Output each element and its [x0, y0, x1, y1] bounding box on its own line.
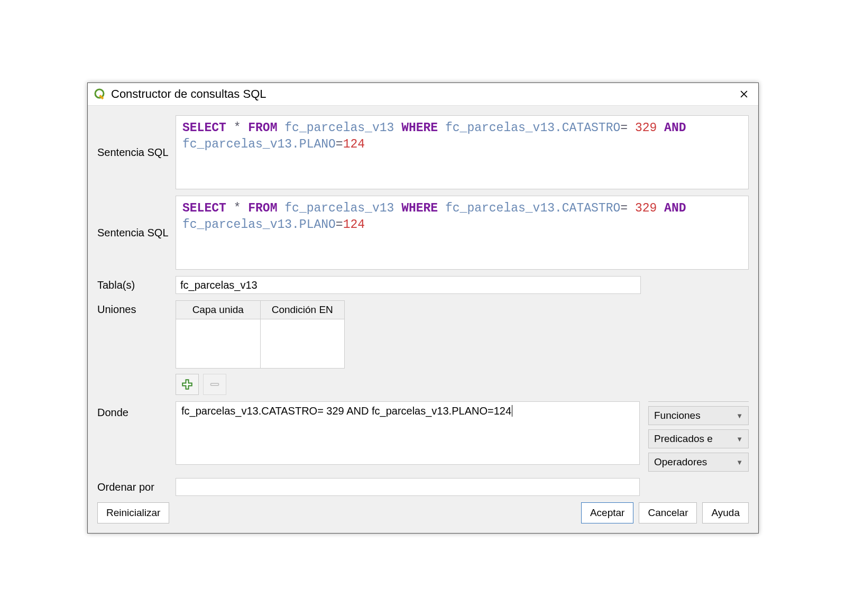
label-joins: Uniones	[97, 300, 176, 316]
where-text: fc_parcelas_v13.CATASTRO= 329 AND fc_par…	[181, 405, 512, 417]
operators-dropdown[interactable]: Operadores ▼	[648, 453, 749, 472]
joins-header-row: Capa unida Condición EN	[176, 301, 344, 319]
predicates-label: Predicados e	[654, 433, 713, 445]
sql-statement-display-1[interactable]: SELECT * FROM fc_parcelas_v13 WHERE fc_p…	[176, 115, 749, 189]
where-input[interactable]: fc_parcelas_v13.CATASTRO= 329 AND fc_par…	[176, 401, 640, 465]
chevron-down-icon: ▼	[736, 458, 743, 466]
add-join-button[interactable]	[176, 374, 199, 395]
accept-button[interactable]: Aceptar	[581, 502, 633, 523]
predicates-dropdown[interactable]: Predicados e ▼	[648, 429, 749, 448]
label-sql-2: Sentencia SQL	[97, 227, 176, 239]
label-sql-1: Sentencia SQL	[97, 146, 176, 159]
functions-label: Funciones	[654, 410, 701, 421]
label-order-by: Ordenar por	[97, 478, 176, 493]
chevron-down-icon: ▼	[736, 435, 743, 443]
dialog-content: Sentencia SQL SELECT * FROM fc_parcelas_…	[88, 106, 758, 533]
joins-col-layer[interactable]: Capa unida	[176, 301, 261, 319]
sql-statement-display-2[interactable]: SELECT * FROM fc_parcelas_v13 WHERE fc_p…	[176, 196, 749, 270]
label-tables: Tabla(s)	[97, 276, 176, 291]
order-by-input[interactable]	[176, 478, 640, 496]
functions-dropdown[interactable]: Funciones ▼	[648, 406, 749, 425]
sql-query-builder-dialog: Constructor de consultas SQL Sentencia S…	[87, 82, 759, 534]
chevron-down-icon: ▼	[736, 412, 743, 420]
label-where: Donde	[97, 401, 176, 419]
titlebar: Constructor de consultas SQL	[88, 83, 758, 106]
close-button[interactable]	[735, 86, 753, 102]
remove-join-button[interactable]	[203, 374, 226, 395]
tables-input[interactable]	[176, 276, 641, 294]
reset-button[interactable]: Reinicializar	[97, 502, 169, 523]
qgis-icon	[93, 87, 107, 101]
cancel-button[interactable]: Cancelar	[639, 502, 697, 523]
help-button[interactable]: Ayuda	[702, 502, 749, 523]
joins-table[interactable]: Capa unida Condición EN	[176, 300, 345, 369]
joins-body[interactable]	[176, 319, 344, 368]
operators-label: Operadores	[654, 456, 707, 468]
dialog-title: Constructor de consultas SQL	[111, 87, 266, 101]
joins-col-condition[interactable]: Condición EN	[261, 301, 345, 319]
svg-rect-2	[211, 383, 219, 385]
